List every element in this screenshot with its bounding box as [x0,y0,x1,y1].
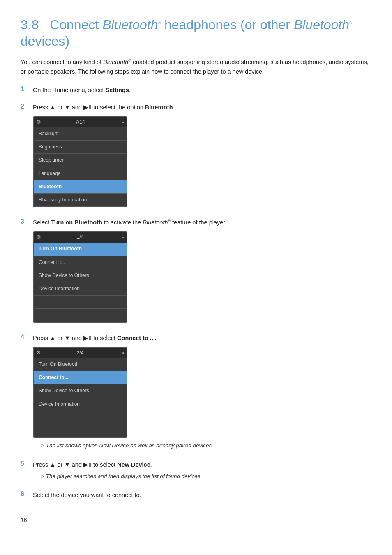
battery-icon-3: ▪ [122,349,124,357]
menu-show-device-2: Show Device to Others [34,384,127,398]
intro-text: You can connect to any kind of Bluetooth… [21,58,371,76]
device-screen-2: ⚙ 1/4 ▪ Turn On Bluetooth Connect to... … [33,231,127,322]
step-5-number: 5 [21,460,33,467]
device-screen-3: ⚙ 2/4 ▪ Turn On Bluetooth Connect to... … [33,347,127,438]
steps-list: 1 On the Home menu, select Settings. 2 P… [21,86,371,500]
menu-turn-on-bt: Turn On Bluetooth [34,243,127,256]
step-1-number: 1 [21,86,33,93]
screen2-menu: Turn On Bluetooth Connect to... Show Dev… [34,243,127,321]
menu-sleep-timer: Sleep timer [34,154,127,167]
step-2-number: 2 [21,103,33,110]
menu-brightness: Brightness [34,141,127,154]
step-6-number: 6 [21,490,33,498]
heading-connect: Connect Bluetooth® headphones (or other … [21,17,352,49]
battery-icon: ▪ [122,119,124,126]
device-screen-1: ⚙ 7/14 ▪ Backlight Brightness Sleep time… [33,116,127,207]
step-5: 5 Press ▲ or ▼ and ▶II to select New Dev… [21,460,371,483]
step-2: 2 Press ▲ or ▼ and ▶II to select the opt… [21,103,371,211]
screen1-menu: Backlight Brightness Sleep timer Languag… [34,127,127,206]
screen3-menu: Turn On Bluetooth Connect to... Show Dev… [34,358,127,437]
screen3-header: ⚙ 2/4 ▪ [34,348,127,358]
step-1: 1 On the Home menu, select Settings. [21,86,371,95]
battery-icon-2: ▪ [122,234,124,241]
step-4: 4 Press ▲ or ▼ and ▶II to select Connect… [21,333,371,453]
step-4-number: 4 [21,333,33,341]
screen3-page: 2/4 [77,349,84,357]
menu-connect-to: Connect to... [34,256,127,269]
menu-rhapsody: Rhapsody Information [34,194,127,206]
step-3-number: 3 [21,218,33,225]
screen2-header: ⚙ 1/4 ▪ [34,232,127,243]
screen1-page: 7/14 [75,118,85,126]
menu-show-device: Show Device to Others [34,269,127,282]
step-1-content: On the Home menu, select Settings. [33,86,371,95]
menu-empty-2 [34,309,127,321]
step-5-content: Press ▲ or ▼ and ▶II to select New Devic… [33,460,371,483]
heading-number: 3.8 [21,17,39,32]
step-2-content: Press ▲ or ▼ and ▶II to select the optio… [33,103,371,211]
menu-turn-on-bt-2: Turn On Bluetooth [34,358,127,371]
page-number: 16 [21,517,27,523]
gear-icon: ⚙ [36,118,41,127]
step-4-content: Press ▲ or ▼ and ▶II to select Connect t… [33,333,371,453]
menu-backlight: Backlight [34,127,127,141]
menu-device-info: Device Information [34,282,127,296]
step-4-subnote: The list shows option New Device as well… [41,441,371,450]
step-3: 3 Select Turn on Bluetooth to activate t… [21,218,371,326]
page-heading: 3.8 Connect Bluetooth® headphones (or ot… [21,16,371,49]
step-6-content: Select the device you want to connect to… [33,490,371,500]
menu-empty-1 [34,296,127,309]
screen1-header: ⚙ 7/14 ▪ [34,117,127,127]
screen2-page: 1/4 [77,234,84,241]
menu-bluetooth: Bluetooth [34,180,127,194]
step-5-subnote: The player searches and then displays th… [41,472,371,481]
menu-empty-4 [34,424,127,437]
menu-empty-3 [34,411,127,424]
step-3-content: Select Turn on Bluetooth to activate the… [33,218,371,326]
gear-icon-3: ⚙ [36,349,41,357]
page-footer: 16 [21,517,371,523]
menu-connect-to-2: Connect to... [34,371,127,384]
menu-language: Language [34,167,127,180]
menu-device-info-2: Device Information [34,398,127,411]
gear-icon-2: ⚙ [36,233,41,242]
step-6: 6 Select the device you want to connect … [21,490,371,500]
